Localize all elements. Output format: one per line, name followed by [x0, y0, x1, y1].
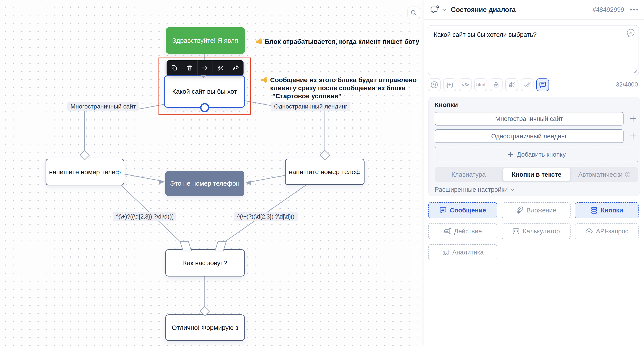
dialog-state-icon[interactable] — [430, 5, 440, 14]
message-icon — [439, 207, 447, 214]
block-type-analytics[interactable]: Аналитика — [428, 244, 497, 260]
share-icon[interactable] — [228, 60, 244, 75]
tab-inline-buttons[interactable]: Кнопки в тексте — [503, 168, 570, 181]
toolbar-pointer — [201, 75, 206, 78]
svg-text:AI: AI — [630, 31, 632, 35]
tab-keyboard[interactable]: Клавиатура — [435, 167, 502, 182]
cut-icon[interactable] — [213, 60, 228, 75]
node-toolbar — [166, 60, 244, 75]
search-icon — [410, 9, 418, 16]
node-text: Отлично! Формирую з — [172, 324, 238, 332]
flow-canvas[interactable]: Здравствуйте! Я явля Какой сайт вы бы хо… — [0, 0, 424, 346]
more-menu-icon[interactable] — [630, 9, 638, 10]
advanced-settings-toggle[interactable]: Расширенные настройки — [435, 186, 515, 193]
panel-title: Состояние диалога — [451, 6, 516, 14]
flow-node-ask-name[interactable]: Как вас зовут? — [165, 249, 245, 277]
action-icon — [444, 228, 451, 235]
button-input-2[interactable]: Одностраничный лендинг — [435, 129, 624, 143]
block-type-action[interactable]: Действие — [428, 223, 497, 239]
node-text: Как вас зовут? — [183, 259, 227, 267]
chevron-down-icon — [510, 187, 515, 192]
calculator-icon — [512, 228, 520, 235]
pointing-left-hand-icon — [261, 76, 269, 83]
resize-handle[interactable] — [633, 69, 637, 73]
button-input-1[interactable]: Многостраничный сайт — [435, 112, 624, 125]
annotation-start-hint[interactable]: Блок отрабатывается, когда клиент пишет … — [256, 37, 419, 45]
node-text: напишите номер телеф — [49, 168, 121, 176]
attachment-icon — [516, 207, 524, 214]
flow-node-final[interactable]: Отлично! Формирую з — [165, 315, 245, 341]
svg-text:?: ? — [627, 173, 629, 176]
char-counter: 32/4000 — [616, 81, 638, 88]
block-type-buttons[interactable]: Кнопки — [575, 202, 638, 218]
edge-label-text: ^(\+)?((\d{2,3}) ?\d|\d)(( — [237, 213, 294, 220]
block-type-calculator[interactable]: Калькулятор — [502, 223, 570, 239]
block-settings-panel: Состояние диалога #48492999 Какой сайт в… — [424, 0, 644, 346]
lock-icon[interactable] — [490, 78, 502, 91]
analytics-icon — [442, 249, 449, 256]
tab-automatic[interactable]: Автоматически ? — [571, 167, 638, 182]
edge-label-text: ^(\+)?((\d{2,3}) ?\d|\d)(( — [116, 213, 173, 220]
node-text: Здравствуйте! Я явля — [172, 37, 238, 44]
copy-icon[interactable] — [166, 60, 182, 75]
emoji-icon[interactable] — [428, 78, 440, 91]
api-cloud-icon — [585, 228, 593, 235]
html-icon[interactable]: html — [474, 78, 487, 91]
edge-label-regex-left[interactable]: ^(\+)?((\d{2,3}) ?\d|\d)(( — [113, 212, 176, 221]
annotation-question-hint[interactable]: Сообщение из этого блока будет отправлен… — [261, 76, 416, 100]
chevron-down-icon[interactable] — [442, 7, 447, 12]
edge-label-text: Многостраничный сайт — [70, 103, 136, 110]
buttons-card: Кнопки Многостраничный сайт Одностраничн… — [428, 97, 640, 196]
message-mode-icon[interactable] — [536, 78, 549, 91]
node-text: Какой сайт вы бы хот — [172, 88, 237, 95]
flow-node-wrong-number[interactable]: Это не номер телефон — [165, 171, 244, 196]
annotation-text: Сообщение из этого блока будет отправлен… — [270, 76, 416, 100]
flow-node-phone-right[interactable]: напишите номер телеф — [285, 159, 364, 185]
plus-icon[interactable] — [629, 132, 637, 140]
node-text: Это не номер телефон — [170, 180, 239, 187]
code-icon[interactable]: </> — [459, 78, 472, 91]
message-text: Какой сайт вы бы хотели выбрать? — [434, 31, 536, 38]
block-type-message[interactable]: Сообщение — [428, 202, 497, 218]
buttons-mode-tabs: Клавиатура Кнопки в тексте Автоматически… — [435, 167, 638, 182]
flow-node-phone-left[interactable]: напишите номер телеф — [46, 159, 124, 185]
arrow-right-icon[interactable] — [198, 60, 213, 75]
help-icon[interactable]: ? — [624, 171, 631, 178]
node-text: напишите номер телеф — [289, 168, 360, 176]
flow-node-start[interactable]: Здравствуйте! Я явля — [166, 27, 245, 54]
pointing-left-hand-icon — [256, 38, 263, 45]
buttons-section-title: Кнопки — [435, 101, 458, 108]
canvas-search-button[interactable] — [408, 6, 420, 19]
edge-label-multipage[interactable]: Многостраничный сайт — [67, 102, 139, 111]
add-button-button[interactable]: Добавить кнопку — [435, 147, 638, 162]
output-connector[interactable] — [200, 103, 209, 112]
plus-icon[interactable] — [629, 115, 637, 122]
block-type-api-request[interactable]: API-запрос — [575, 223, 638, 239]
edge-label-regex-right[interactable]: ^(\+)?((\d{2,3}) ?\d|\d)(( — [234, 212, 298, 221]
message-toolbar: {+} </> html — [428, 78, 549, 91]
sound-off-icon[interactable] — [505, 78, 518, 91]
ai-assistant-icon[interactable]: AI — [626, 28, 636, 38]
delete-icon[interactable] — [182, 60, 198, 75]
panel-header: Состояние диалога #48492999 — [424, 0, 644, 19]
insert-variable-icon[interactable]: {+} — [444, 78, 456, 91]
buttons-icon — [590, 207, 598, 214]
block-type-attachment[interactable]: Вложение — [502, 202, 570, 218]
edge-label-landing[interactable]: Одностраничный лендинг — [271, 102, 350, 111]
edge-label-text: Одностраничный лендинг — [274, 103, 347, 110]
flow-node-question[interactable]: Какой сайт вы бы хот — [164, 75, 245, 108]
plus-icon — [507, 151, 514, 158]
annotation-text: Блок отрабатывается, когда клиент пишет … — [265, 37, 419, 45]
double-check-icon[interactable] — [521, 78, 534, 91]
message-text-input[interactable]: Какой сайт вы бы хотели выбрать? AI — [428, 25, 639, 75]
block-id[interactable]: #48492999 — [592, 6, 624, 13]
